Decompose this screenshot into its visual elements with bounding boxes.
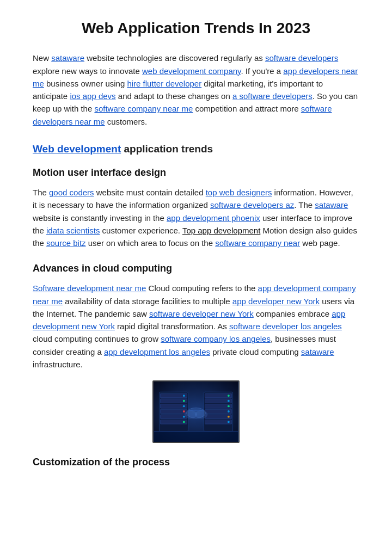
link-app-development-los-angeles[interactable]: app development los angeles [104, 347, 210, 356]
svg-point-13 [183, 421, 185, 423]
motion-ui-paragraph: The good coders website must contain det… [33, 186, 359, 249]
customization-heading: Customization of the process [33, 455, 359, 470]
cloud-computing-heading: Advances in cloud computing [33, 261, 359, 276]
link-software-company-near[interactable]: software company near [215, 238, 300, 248]
link-good-coders[interactable]: good coders [49, 188, 94, 197]
link-web-development-company[interactable]: web development company [142, 66, 241, 76]
link-software-developers[interactable]: software developers [265, 53, 338, 63]
link-web-development-heading[interactable]: Web development [33, 143, 121, 155]
link-software-company-los-angeles[interactable]: software company los angeles [161, 334, 271, 343]
cloud-image-container [33, 380, 359, 443]
link-hire-flutter-developer[interactable]: hire flutter developer [127, 79, 201, 88]
cloud-computing-paragraph: Software development near me Cloud compu… [33, 282, 359, 371]
link-a-software-developers[interactable]: a software developers [232, 91, 313, 101]
section1-heading: Web development application trends [33, 141, 359, 157]
link-sataware-2[interactable]: sataware [315, 200, 348, 210]
page-title: Web Application Trends In 2023 [33, 16, 359, 40]
link-software-development-near-me[interactable]: Software development near me [33, 284, 146, 293]
svg-point-9 [183, 400, 185, 402]
svg-point-10 [183, 405, 185, 408]
cloud-computing-section: Advances in cloud computing Software dev… [33, 261, 359, 443]
svg-point-26 [228, 421, 230, 423]
svg-point-11 [183, 410, 185, 413]
svg-point-23 [228, 405, 230, 408]
link-software-developer-new-york[interactable]: software developer new York [149, 309, 254, 318]
svg-point-29 [195, 410, 207, 418]
link-top-app-development[interactable]: Top app development [182, 226, 260, 235]
svg-point-24 [228, 410, 230, 413]
intro-paragraph: New sataware website technologies are di… [33, 52, 359, 128]
link-software-developers-az[interactable]: software developers az [210, 200, 294, 210]
web-development-section: Web development application trends Motio… [33, 141, 359, 250]
svg-point-12 [183, 416, 185, 418]
link-sataware-1[interactable]: sataware [51, 53, 84, 63]
link-app-development-phoenix[interactable]: app development phoenix [167, 213, 260, 223]
link-source-bitz[interactable]: source bitz [46, 238, 86, 248]
link-app-developer-new-york[interactable]: app developer new York [232, 297, 320, 306]
svg-point-25 [228, 416, 230, 418]
link-software-developer-los-angeles[interactable]: software developer los angeles [229, 322, 342, 331]
svg-point-21 [228, 395, 230, 397]
link-software-company-near-me[interactable]: software company near me [94, 104, 193, 113]
svg-point-22 [228, 400, 230, 402]
motion-ui-heading: Motion user interface design [33, 165, 359, 181]
svg-point-8 [183, 395, 185, 397]
svg-rect-32 [154, 432, 238, 442]
link-sataware-3[interactable]: sataware [301, 347, 334, 356]
link-ios-app-devs[interactable]: ios app devs [70, 91, 115, 101]
cloud-computing-image [152, 380, 240, 443]
link-idata-scientists[interactable]: idata scientists [46, 226, 100, 235]
link-top-web-designers[interactable]: top web designers [206, 188, 272, 197]
customization-section: Customization of the process [33, 455, 359, 470]
